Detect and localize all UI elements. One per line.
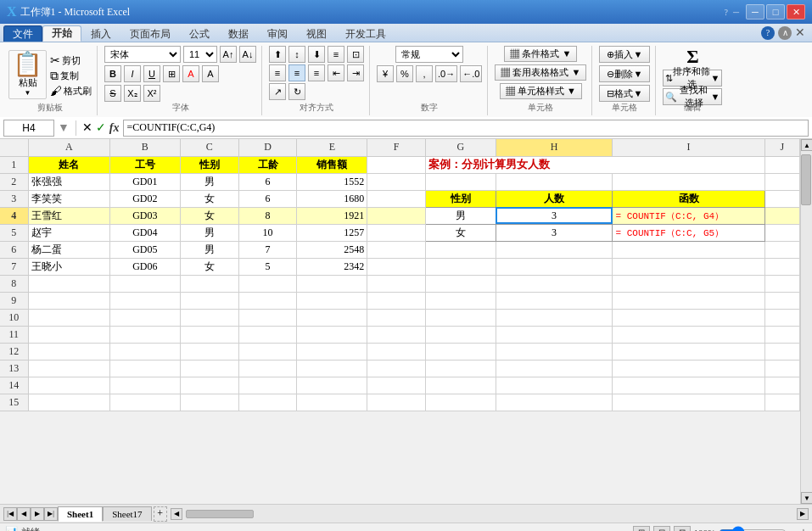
- cell-E4[interactable]: 1921: [297, 207, 367, 224]
- cell-F9[interactable]: [367, 292, 426, 309]
- cell-D8[interactable]: [238, 275, 297, 292]
- cell-J10[interactable]: [764, 309, 799, 326]
- cell-A15[interactable]: [28, 394, 109, 411]
- cell-I6[interactable]: [613, 241, 764, 258]
- format-as-table-button[interactable]: ▦ 套用表格格式 ▼: [495, 64, 586, 81]
- cell-J3[interactable]: [764, 190, 799, 207]
- cell-G9[interactable]: [426, 292, 496, 309]
- cell-J5[interactable]: [764, 224, 799, 241]
- tab-file[interactable]: 文件: [3, 25, 42, 42]
- cell-A10[interactable]: [28, 309, 109, 326]
- cell-B6[interactable]: GD05: [110, 241, 181, 258]
- cell-C9[interactable]: [180, 292, 238, 309]
- cell-E7[interactable]: 2342: [297, 258, 367, 275]
- cell-I14[interactable]: [613, 377, 764, 394]
- cell-I15[interactable]: [613, 394, 764, 411]
- cell-F15[interactable]: [367, 394, 426, 411]
- conditional-format-button[interactable]: ▦ 条件格式 ▼: [504, 46, 577, 62]
- cell-A14[interactable]: [28, 377, 109, 394]
- border-button[interactable]: ⊞: [163, 65, 180, 82]
- sheet-nav-next[interactable]: ▶: [31, 507, 44, 521]
- cell-I4[interactable]: = COUNTIF（C:C, G4）: [613, 207, 764, 224]
- cell-H5[interactable]: 3: [496, 224, 613, 241]
- align-left-button[interactable]: ≡: [269, 64, 286, 81]
- cell-A1[interactable]: 姓名: [28, 156, 109, 173]
- align-center-button[interactable]: ≡: [288, 64, 305, 81]
- help-icon[interactable]: ?: [724, 8, 727, 17]
- tab-page-layout[interactable]: 页面布局: [120, 25, 180, 42]
- minimize-button[interactable]: ─: [746, 4, 764, 20]
- font-size-select[interactable]: 11: [183, 46, 217, 63]
- cell-F5[interactable]: [367, 224, 426, 241]
- align-top-button[interactable]: ⬆: [269, 46, 286, 63]
- cell-H3[interactable]: 人数: [496, 190, 613, 207]
- align-right-button[interactable]: ≡: [308, 64, 325, 81]
- cell-J14[interactable]: [764, 377, 799, 394]
- cell-A6[interactable]: 杨二蛋: [28, 241, 109, 258]
- h-scroll-track[interactable]: [182, 509, 797, 519]
- cell-C10[interactable]: [180, 309, 238, 326]
- cell-I3[interactable]: 函数: [613, 190, 764, 207]
- cell-H4[interactable]: 3: [496, 207, 613, 224]
- restore-button[interactable]: □: [766, 4, 785, 20]
- cell-I13[interactable]: [613, 360, 764, 377]
- normal-view-button[interactable]: ⊞: [633, 526, 650, 532]
- cell-B5[interactable]: GD04: [110, 224, 181, 241]
- cell-F10[interactable]: [367, 309, 426, 326]
- cell-J1[interactable]: [764, 156, 799, 173]
- cell-I9[interactable]: [613, 292, 764, 309]
- text-direction-button[interactable]: ↗: [269, 83, 286, 100]
- scroll-down-button[interactable]: ▼: [801, 492, 812, 504]
- cell-G13[interactable]: [426, 360, 496, 377]
- cell-H10[interactable]: [496, 309, 613, 326]
- cell-B15[interactable]: [110, 394, 181, 411]
- cell-C5[interactable]: 男: [180, 224, 238, 241]
- cell-E3[interactable]: 1680: [297, 190, 367, 207]
- sheet-tab-sheet1[interactable]: Sheet1: [58, 506, 103, 522]
- cell-C13[interactable]: [180, 360, 238, 377]
- cell-F4[interactable]: [367, 207, 426, 224]
- page-layout-button[interactable]: ⊟: [653, 526, 670, 532]
- cell-E8[interactable]: [297, 275, 367, 292]
- cell-H15[interactable]: [496, 394, 613, 411]
- increase-font-button[interactable]: A↑: [220, 46, 237, 63]
- cell-F1[interactable]: [367, 156, 426, 173]
- cut-button[interactable]: ✂ 剪切: [50, 53, 92, 68]
- cell-C1[interactable]: 性别: [180, 156, 238, 173]
- cell-A7[interactable]: 王晓小: [28, 258, 109, 275]
- cell-A13[interactable]: [28, 360, 109, 377]
- cell-H14[interactable]: [496, 377, 613, 394]
- cell-E13[interactable]: [297, 360, 367, 377]
- cell-G11[interactable]: [426, 326, 496, 343]
- cell-C6[interactable]: 男: [180, 241, 238, 258]
- cell-J7[interactable]: [764, 258, 799, 275]
- cell-I5[interactable]: = COUNTIF（C:C, G5）: [613, 224, 764, 241]
- col-header-C[interactable]: C: [180, 139, 238, 156]
- cell-C8[interactable]: [180, 275, 238, 292]
- delete-button[interactable]: ⊖ 删除 ▼: [599, 65, 650, 82]
- cell-J13[interactable]: [764, 360, 799, 377]
- cell-E14[interactable]: [297, 377, 367, 394]
- sheet-tab-sheet17[interactable]: Sheet17: [103, 506, 151, 521]
- cell-I11[interactable]: [613, 326, 764, 343]
- cell-F14[interactable]: [367, 377, 426, 394]
- cell-A11[interactable]: [28, 326, 109, 343]
- cell-B13[interactable]: [110, 360, 181, 377]
- cell-D3[interactable]: 6: [238, 190, 297, 207]
- page-break-button[interactable]: ⊠: [674, 526, 691, 532]
- cell-H7[interactable]: [496, 258, 613, 275]
- cell-D11[interactable]: [238, 326, 297, 343]
- cell-D9[interactable]: [238, 292, 297, 309]
- cell-C11[interactable]: [180, 326, 238, 343]
- cell-D13[interactable]: [238, 360, 297, 377]
- cell-B7[interactable]: GD06: [110, 258, 181, 275]
- cell-D12[interactable]: [238, 343, 297, 360]
- cell-C15[interactable]: [180, 394, 238, 411]
- cell-F6[interactable]: [367, 241, 426, 258]
- cell-H11[interactable]: [496, 326, 613, 343]
- cell-B8[interactable]: [110, 275, 181, 292]
- increase-decimal-button[interactable]: .0→: [435, 65, 457, 82]
- cell-H13[interactable]: [496, 360, 613, 377]
- cell-G8[interactable]: [426, 275, 496, 292]
- cell-G1[interactable]: 案例：分别计算男女人数: [426, 156, 765, 173]
